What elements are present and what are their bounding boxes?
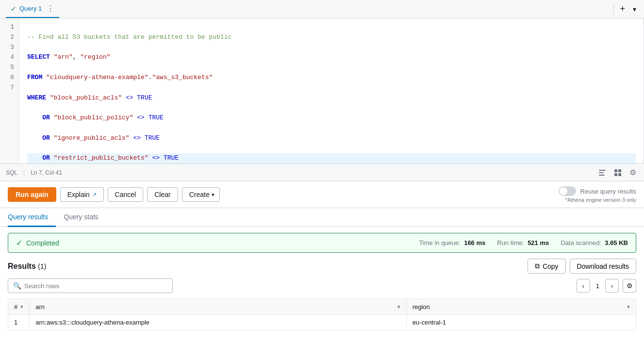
run-again-button[interactable]: Run again (8, 187, 56, 202)
status-separator: | (23, 169, 25, 176)
code-string: "ignore_public_acls" (54, 134, 130, 142)
results-section: Results (1) ⧉ Copy Download results 🔍 ‹ … (0, 259, 644, 330)
cancel-button[interactable]: Cancel (108, 187, 144, 202)
result-tabs: Query results Query stats (0, 208, 644, 227)
line-numbers: 1234567 (0, 18, 19, 163)
cursor-position: Ln 7, Col 41 (31, 169, 62, 176)
code-operator: <> (152, 154, 160, 162)
format-icon[interactable] (596, 167, 608, 179)
time-in-queue-stat: Time in queue: 166 ms (419, 239, 485, 246)
table-header-row: # ▾ arn ▾ region ▾ (8, 299, 636, 315)
data-scanned-stat: Data scanned: 3.65 KB (561, 239, 628, 246)
tab-bar: ✓ Query 1 ⋮ + ▾ (0, 0, 644, 18)
kw-or: OR (42, 154, 50, 162)
code-string: "cloudquery-athena-example" (46, 74, 149, 81)
svg-rect-6 (618, 173, 621, 176)
more-options-icon[interactable]: ⋮ (47, 4, 54, 13)
explain-button[interactable]: Explain ↗ (60, 187, 104, 202)
svg-rect-1 (599, 172, 604, 173)
query-tab[interactable]: ✓ Query 1 ⋮ (6, 0, 59, 18)
kw-or: OR (42, 114, 50, 121)
code-operator: <> (126, 94, 133, 101)
language-label: SQL (6, 169, 17, 176)
code-string: "arn" (54, 53, 73, 61)
clear-button[interactable]: Clear (147, 187, 178, 202)
svg-rect-2 (599, 175, 605, 176)
completed-stats: Time in queue: 166 ms Run time: 521 ms D… (419, 239, 628, 246)
code-string: "block_public_acls" (50, 94, 122, 101)
table-settings-button[interactable]: ⚙ (623, 279, 636, 293)
reuse-label: Reuse query results (580, 188, 636, 195)
cell-region: eu-central-1 (406, 315, 636, 330)
code-comment: -- Find all S3 buckets that are permitte… (27, 33, 231, 41)
code-true: TRUE (145, 134, 160, 142)
svg-rect-3 (614, 169, 617, 172)
results-actions: ⧉ Copy Download results (528, 259, 636, 274)
kw-select: SELECT (27, 53, 50, 61)
create-button[interactable]: Create ▾ (182, 187, 220, 202)
completed-status: Completed (26, 239, 59, 247)
reuse-toggle-switch[interactable] (559, 186, 576, 196)
code-string: "region" (80, 53, 110, 61)
sort-icon[interactable]: ▾ (397, 304, 400, 310)
athena-note: *Athena engine version 3 only (565, 197, 636, 203)
next-page-button[interactable]: › (605, 279, 619, 293)
col-header-num: # ▾ (8, 299, 30, 315)
toolbar-right: Reuse query results *Athena engine versi… (559, 186, 636, 203)
search-box: 🔍 (8, 278, 173, 293)
code-true: TRUE (137, 94, 152, 101)
code-true: TRUE (164, 154, 179, 162)
copy-button[interactable]: ⧉ Copy (528, 259, 566, 274)
copy-icon: ⧉ (535, 262, 540, 270)
search-input[interactable] (24, 282, 167, 290)
settings-icon[interactable]: ⚙ (627, 166, 638, 179)
download-button[interactable]: Download results (570, 259, 636, 274)
query-tab-label: Query 1 (19, 5, 42, 12)
results-table: # ▾ arn ▾ region ▾ 1 arn:aws:s3:::cloudq… (8, 299, 636, 330)
action-toolbar: Run again Explain ↗ Cancel Clear Create … (0, 181, 644, 208)
cell-num: 1 (8, 315, 30, 330)
tab-query-stats[interactable]: Query stats (64, 208, 106, 227)
separator (613, 4, 614, 15)
cell-arn: arn:aws:s3:::cloudquery-athena-example (30, 315, 406, 330)
code-string: "block_public_policy" (54, 114, 133, 121)
table-icon[interactable] (612, 167, 624, 179)
code-operator: <> (133, 134, 141, 142)
search-icon: 🔍 (13, 282, 21, 290)
col-header-arn: arn ▾ (30, 299, 406, 315)
code-operator: <> (137, 114, 145, 121)
add-query-button[interactable]: + (618, 2, 627, 16)
tab-bar-actions: + ▾ (613, 2, 638, 16)
code-editor[interactable]: -- Find all S3 buckets that are permitte… (19, 18, 644, 163)
status-bar: SQL | Ln 7, Col 41 ⚙ (0, 164, 644, 181)
status-bar-actions: ⚙ (596, 166, 638, 179)
page-number: 1 (594, 282, 601, 290)
prev-page-button[interactable]: ‹ (577, 279, 590, 293)
code-true: TRUE (149, 114, 164, 121)
svg-rect-5 (614, 173, 617, 176)
table-row: 1 arn:aws:s3:::cloudquery-athena-example… (8, 315, 636, 330)
kw-from: FROM (27, 74, 42, 81)
check-circle-icon: ✓ (11, 5, 17, 13)
col-header-region: region ▾ (406, 299, 636, 315)
svg-rect-0 (599, 170, 606, 171)
tab-query-results[interactable]: Query results (8, 208, 56, 227)
results-header: Results (1) ⧉ Copy Download results (8, 259, 636, 274)
code-string: "aws_s3_buckets" (152, 74, 213, 81)
code-string: "restrict_public_buckets" (54, 154, 149, 162)
completed-check-icon: ✓ (16, 238, 22, 247)
sort-icon[interactable]: ▾ (627, 304, 630, 310)
editor-area: 1234567 -- Find all S3 buckets that are … (0, 18, 644, 164)
kw-where: WHERE (27, 94, 46, 101)
completed-banner: ✓ Completed Time in queue: 166 ms Run ti… (8, 233, 636, 253)
reuse-toggle-row: Reuse query results (559, 186, 636, 196)
search-row: 🔍 ‹ 1 › ⚙ (8, 278, 636, 293)
pagination: ‹ 1 › ⚙ (577, 279, 636, 293)
run-time-stat: Run time: 521 ms (497, 239, 549, 246)
kw-or: OR (42, 134, 50, 142)
dropdown-button[interactable]: ▾ (631, 3, 638, 15)
chevron-down-icon: ▾ (212, 192, 215, 198)
sort-icon[interactable]: ▾ (20, 304, 23, 310)
results-title: Results (1) (8, 262, 46, 271)
external-link-icon: ↗ (92, 192, 97, 198)
